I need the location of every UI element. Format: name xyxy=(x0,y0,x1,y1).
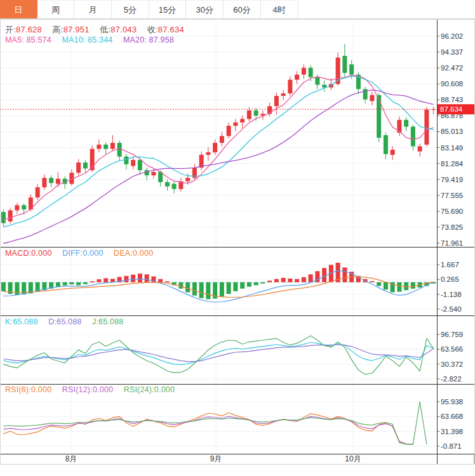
macd-histogram xyxy=(1,263,436,299)
svg-text:92.472: 92.472 xyxy=(441,64,463,72)
chart-canvas[interactable]: 96.20294.33792.47290.60888.74386.87885.0… xyxy=(0,0,475,476)
tab-30min[interactable]: 30分 xyxy=(186,0,224,18)
svg-text:10月: 10月 xyxy=(345,454,361,463)
svg-text:88.743: 88.743 xyxy=(441,96,463,103)
svg-text:79.419: 79.419 xyxy=(441,176,463,183)
x-axis-labels: 8月9月10月 xyxy=(65,454,361,463)
rsi24-line xyxy=(3,402,427,444)
rsi6-line xyxy=(3,413,413,444)
svg-text:94.337: 94.337 xyxy=(441,48,463,56)
tab-month[interactable]: 月 xyxy=(74,0,112,18)
svg-text:95.938: 95.938 xyxy=(441,398,463,406)
svg-text:83.149: 83.149 xyxy=(441,144,463,152)
svg-text:75.690: 75.690 xyxy=(441,208,463,215)
j-line xyxy=(3,336,433,374)
svg-text:-0.871: -0.871 xyxy=(441,442,462,450)
svg-text:77.555: 77.555 xyxy=(441,192,463,199)
tab-week[interactable]: 周 xyxy=(37,0,75,18)
svg-text:1.667: 1.667 xyxy=(441,261,459,268)
svg-text:87.634: 87.634 xyxy=(440,105,463,113)
candlestick-series xyxy=(1,44,436,227)
svg-text:73.825: 73.825 xyxy=(441,223,463,231)
svg-text:90.608: 90.608 xyxy=(441,80,463,88)
trading-chart-app: 日 周 月 5分 15分 30分 60分 4时 96.20294.33792.4… xyxy=(0,0,475,476)
svg-text:30.372: 30.372 xyxy=(441,360,463,368)
svg-text:85.013: 85.013 xyxy=(441,128,463,135)
diff-line xyxy=(3,270,433,302)
crosshair-date-box xyxy=(438,454,475,465)
k-line xyxy=(3,343,433,365)
svg-text:-1.138: -1.138 xyxy=(441,291,462,298)
svg-text:0.265: 0.265 xyxy=(441,275,459,283)
svg-text:9月: 9月 xyxy=(210,454,222,463)
svg-text:-2.822: -2.822 xyxy=(441,375,462,383)
price-axis: 96.20294.33792.47290.60888.74386.87885.0… xyxy=(437,32,464,450)
tab-5min[interactable]: 5分 xyxy=(112,0,149,18)
svg-text:81.284: 81.284 xyxy=(441,160,464,168)
tab-15min[interactable]: 15分 xyxy=(149,0,187,18)
svg-text:96.759: 96.759 xyxy=(441,331,463,338)
svg-text:63.668: 63.668 xyxy=(441,413,463,420)
svg-text:-2.540: -2.540 xyxy=(441,305,462,313)
tab-4hour[interactable]: 4时 xyxy=(261,0,298,18)
svg-text:8月: 8月 xyxy=(65,454,77,463)
svg-text:96.202: 96.202 xyxy=(441,32,463,40)
ma10-line xyxy=(3,76,433,227)
ma20-line xyxy=(3,90,433,244)
svg-text:31.398: 31.398 xyxy=(441,428,463,435)
tab-day[interactable]: 日 xyxy=(0,0,37,18)
current-price-badge: 87.634 xyxy=(438,104,474,114)
timeframe-tabbar: 日 周 月 5分 15分 30分 60分 4时 xyxy=(0,0,475,19)
svg-text:71.961: 71.961 xyxy=(441,239,463,247)
tab-60min[interactable]: 60分 xyxy=(224,0,261,18)
svg-text:63.566: 63.566 xyxy=(441,345,463,353)
